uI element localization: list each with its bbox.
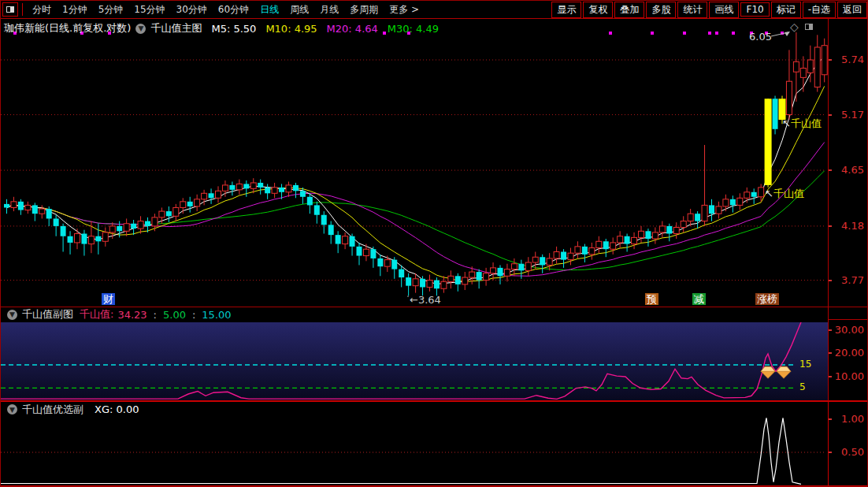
period-item-15分钟[interactable]: 15分钟 xyxy=(134,3,165,17)
candle xyxy=(216,186,221,203)
candle xyxy=(652,228,658,244)
candle xyxy=(209,188,214,204)
candle xyxy=(681,216,686,232)
tool-button-多股[interactable]: 多股 xyxy=(646,2,676,18)
period-item-30分钟[interactable]: 30分钟 xyxy=(176,3,207,17)
bottom-legend: XG: 0.00 xyxy=(95,403,139,415)
period-item-多周期[interactable]: 多周期 xyxy=(350,3,378,17)
sub-legend-cyan-value: 15.00 xyxy=(202,309,231,321)
period-item-日线[interactable]: 日线 xyxy=(260,3,279,17)
candle xyxy=(814,35,820,91)
candle xyxy=(68,231,73,255)
legend-separator: : xyxy=(192,309,195,321)
tool-button-统计[interactable]: 统计 xyxy=(677,2,707,18)
candle xyxy=(532,252,538,270)
candle xyxy=(370,247,376,268)
low-price-annotation: ←3.64 xyxy=(410,294,441,306)
signal-dot xyxy=(708,32,711,35)
legend-separator: : xyxy=(154,309,157,321)
signal-dot xyxy=(683,32,686,35)
candle xyxy=(363,244,369,262)
candle xyxy=(95,224,101,255)
candle xyxy=(525,257,531,276)
candle xyxy=(639,226,644,243)
tool-button-显示[interactable]: 显示 xyxy=(551,2,581,18)
main-candlestick-chart[interactable] xyxy=(1,20,828,307)
trading-terminal-window: 分时1分钟5分钟15分钟30分钟60分钟日线周线月线多周期更多 > 显示复权叠加… xyxy=(0,0,868,487)
candle xyxy=(504,264,510,282)
tool-button--自选[interactable]: -自选 xyxy=(803,2,836,18)
event-badge-涨榜[interactable]: 涨榜 xyxy=(755,293,779,305)
axis-label: 5.17 xyxy=(829,109,864,121)
candle xyxy=(589,243,595,260)
candle xyxy=(413,273,418,293)
ma-label: M5: 5.50 xyxy=(211,23,256,35)
tool-button-叠加[interactable]: 叠加 xyxy=(614,2,644,18)
panel-window-icon[interactable] xyxy=(805,24,813,30)
period-item-分时[interactable]: 分时 xyxy=(32,3,51,17)
candle xyxy=(46,206,52,226)
candle xyxy=(477,270,482,289)
period-item-5分钟[interactable]: 5分钟 xyxy=(98,3,124,17)
candle xyxy=(18,199,24,215)
candle xyxy=(195,195,200,211)
main-chart-corner-tools: ◇ xyxy=(790,20,813,33)
candle xyxy=(554,247,559,264)
annotation-arrow-head xyxy=(785,32,790,36)
candle xyxy=(702,145,707,226)
candle xyxy=(765,99,772,188)
tool-button-画线[interactable]: 画线 xyxy=(709,2,739,18)
main-indicator-name[interactable]: 千山值主图 xyxy=(150,21,202,35)
chevron-down-icon[interactable]: ▼ xyxy=(7,404,17,415)
candle xyxy=(131,220,136,235)
candle xyxy=(236,180,242,195)
event-badge-财[interactable]: 财 xyxy=(102,293,115,305)
period-item-月线[interactable]: 月线 xyxy=(320,3,339,17)
candle xyxy=(427,275,432,292)
axis-label: 5.74 xyxy=(829,54,864,65)
candle xyxy=(632,232,637,249)
period-item-1分钟[interactable]: 1分钟 xyxy=(62,3,87,17)
tool-button-返回[interactable]: 返回 xyxy=(837,2,867,18)
period-item-周线[interactable]: 周线 xyxy=(290,3,309,17)
candle xyxy=(822,39,827,83)
sub-indicator-chart[interactable] xyxy=(1,322,828,401)
window-menu-button[interactable] xyxy=(2,2,18,17)
tool-button-标记[interactable]: 标记 xyxy=(771,2,801,18)
candle xyxy=(448,270,454,288)
tools-menu: 显示复权叠加多股统计画线F10标记-自选返回 xyxy=(550,2,867,18)
candle xyxy=(32,203,38,221)
xg-line xyxy=(1,418,801,484)
diamond-icon[interactable]: ◇ xyxy=(790,20,799,33)
candle xyxy=(25,202,31,214)
event-badge-预[interactable]: 预 xyxy=(645,293,658,305)
chevron-down-icon[interactable]: ▼ xyxy=(135,24,146,34)
event-badge-减[interactable]: 减 xyxy=(692,293,706,305)
tool-button-复权[interactable]: 复权 xyxy=(583,2,613,18)
sub-chart-header: ▼ 千山值副图 千山值: 34.23 : 5.00 : 15.00 xyxy=(2,307,232,322)
candle xyxy=(773,96,778,135)
arrow-up-left-icon: ↖ xyxy=(782,117,791,129)
tool-button-F10[interactable]: F10 xyxy=(740,2,769,17)
high-price-annotation: 6.05 xyxy=(749,31,772,43)
chevron-down-icon[interactable]: ▼ xyxy=(7,310,17,320)
candle xyxy=(314,202,320,224)
candle xyxy=(709,199,714,221)
candle xyxy=(547,253,552,270)
signal-label-qianshanzhi-1: ↖千山值 xyxy=(782,117,822,131)
bottom-indicator-chart[interactable] xyxy=(1,417,828,486)
sub-chart-title[interactable]: 千山值副图 xyxy=(22,307,73,322)
candle xyxy=(434,277,440,296)
bottom-chart-title[interactable]: 千山值优选副 xyxy=(22,403,83,417)
candle xyxy=(441,276,447,292)
ma-label: M10: 4.95 xyxy=(265,23,317,35)
period-item-更多 >[interactable]: 更多 > xyxy=(389,3,419,17)
candle xyxy=(350,234,355,256)
candle xyxy=(625,234,630,252)
main-chart-header: 珈伟新能(日线.前复权.对数) ▼ 千山值主图 M5: 5.50M10: 4.9… xyxy=(4,20,439,36)
candle xyxy=(187,197,193,213)
candle xyxy=(673,222,679,239)
signal-dot xyxy=(732,32,735,35)
period-item-60分钟[interactable]: 60分钟 xyxy=(218,3,249,17)
arrow-up-left-icon: ↖ xyxy=(765,188,773,199)
